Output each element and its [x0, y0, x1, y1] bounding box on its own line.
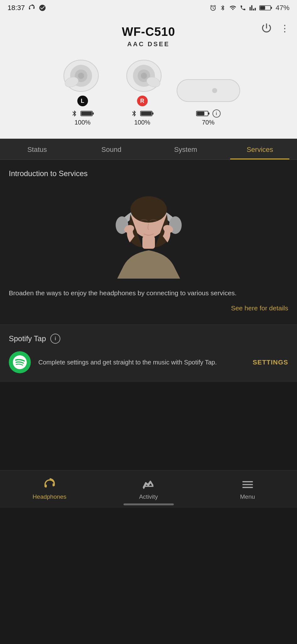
nav-menu[interactable]: Menu — [198, 478, 297, 500]
svg-rect-23 — [197, 112, 204, 115]
spotify-logo — [9, 351, 31, 373]
tab-status[interactable]: Status — [0, 139, 74, 159]
battery-pct: 47% — [276, 4, 289, 12]
svg-rect-10 — [81, 112, 92, 115]
spotify-title: Spotify Tap — [9, 334, 46, 343]
spotify-header: Spotify Tap i — [9, 334, 288, 344]
right-bud-image — [114, 55, 171, 93]
left-battery-row — [71, 109, 94, 118]
nav-activity[interactable]: Activity — [99, 478, 198, 500]
battery-status-icon — [259, 4, 272, 11]
tab-services[interactable]: Services — [223, 139, 297, 159]
spotify-info-button[interactable]: i — [50, 334, 60, 344]
nav-menu-label: Menu — [240, 493, 255, 500]
phone-icon — [240, 4, 246, 11]
intro-illustration — [9, 184, 288, 279]
status-right: 47% — [210, 4, 289, 12]
case-battery-pct: 70% — [202, 119, 214, 126]
right-battery-row — [131, 109, 154, 118]
left-label: L — [77, 96, 88, 106]
left-bud-wrapper: L 100% — [54, 55, 111, 126]
empty-content-area — [0, 382, 297, 470]
bluetooth-left-icon — [71, 109, 78, 118]
bluetooth-right-icon — [131, 109, 138, 118]
nav-headphones[interactable]: Headphones — [0, 478, 99, 500]
person-headphones-illustration — [105, 184, 193, 279]
services-content: Introduction to Services — [0, 160, 297, 470]
svg-rect-2 — [260, 6, 265, 9]
svg-point-6 — [78, 73, 84, 79]
svg-point-14 — [141, 73, 147, 79]
intro-section: Introduction to Services — [0, 160, 297, 325]
header-section: ⋮ WF-C510 AAC DSEE L — [0, 16, 297, 139]
right-battery-pct: 100% — [134, 119, 150, 126]
home-indicator — [124, 503, 174, 505]
right-bud-wrapper: R 100% — [114, 55, 171, 126]
tab-system[interactable]: System — [149, 139, 223, 159]
activity-nav-icon — [142, 478, 156, 491]
header-icons: ⋮ — [261, 22, 289, 34]
svg-rect-1 — [271, 7, 272, 9]
right-label: R — [137, 96, 148, 106]
tab-sound[interactable]: Sound — [74, 139, 148, 159]
status-time: 18:37 — [8, 4, 25, 12]
headphone-status-icon — [28, 4, 36, 12]
left-battery-icon — [80, 110, 94, 117]
power-button[interactable] — [261, 22, 272, 34]
nav-headphones-label: Headphones — [33, 493, 67, 500]
check-status-icon — [39, 4, 46, 12]
intro-body-text: Broaden the ways to enjoy the headphones… — [9, 285, 288, 301]
spotify-body: Complete settings and get straight to th… — [9, 351, 288, 373]
case-image — [174, 72, 243, 106]
nav-activity-label: Activity — [139, 493, 158, 500]
status-bar: 18:37 47% — [0, 0, 297, 16]
svg-rect-18 — [141, 112, 151, 115]
svg-point-20 — [212, 88, 217, 93]
left-bud-image — [54, 55, 111, 93]
case-battery-row: i — [196, 109, 221, 118]
wifi-icon — [229, 4, 237, 11]
more-menu-button[interactable]: ⋮ — [280, 23, 289, 34]
device-name: WF-C510 — [122, 25, 175, 39]
case-info-button[interactable]: i — [212, 109, 221, 118]
signal-icon — [249, 4, 256, 11]
spotify-settings-button[interactable]: SETTINGS — [253, 358, 288, 366]
alarm-icon — [210, 4, 217, 11]
bottom-nav: Headphones Activity Menu — [0, 470, 297, 508]
svg-point-27 — [130, 196, 167, 223]
spotify-description: Complete settings and get straight to th… — [38, 358, 245, 367]
svg-rect-28 — [142, 236, 155, 249]
status-left: 18:37 — [8, 4, 46, 12]
svg-rect-9 — [92, 113, 94, 115]
bluetooth-icon — [220, 4, 226, 11]
case-battery-icon — [196, 110, 210, 117]
buds-container: L 100% — [54, 55, 243, 126]
right-battery-icon — [140, 110, 154, 117]
see-details-link[interactable]: See here for details — [9, 301, 288, 318]
svg-rect-19 — [177, 80, 240, 102]
svg-rect-17 — [152, 113, 153, 115]
device-tags: AAC DSEE — [127, 41, 170, 48]
spotify-section: Spotify Tap i Complete settings and get … — [0, 325, 297, 382]
tabs-container: Status Sound System Services — [0, 139, 297, 160]
headphones-nav-icon — [43, 478, 57, 491]
menu-nav-icon — [241, 478, 255, 491]
intro-title: Introduction to Services — [9, 169, 288, 178]
case-wrapper: i 70% — [174, 72, 243, 126]
spotify-icon — [13, 355, 27, 369]
left-battery-pct: 100% — [74, 119, 91, 126]
svg-rect-22 — [208, 113, 209, 115]
